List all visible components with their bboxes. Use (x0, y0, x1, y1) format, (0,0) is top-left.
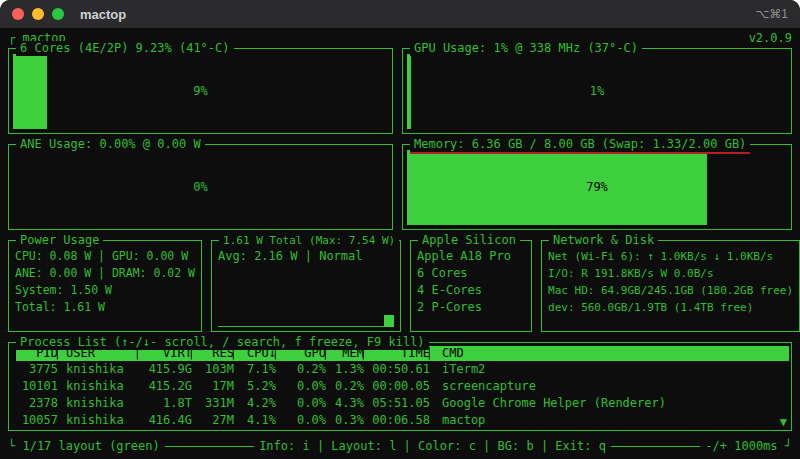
process-mem: 1.3% (326, 361, 364, 378)
ane-panel-title: ANE Usage: 0.00% @ 0.00 W (16, 137, 205, 152)
memory-usage-percent: 79% (403, 180, 791, 194)
process-virt: 1.8T (138, 395, 192, 412)
disk-dev-line: dev: 560.0GB/1.9TB (1.4TB free) (548, 299, 793, 316)
process-row: 2378 knishika 1.8T 331M 4.2% 0.0% 4.3% 0… (9, 395, 791, 412)
status-divider-line (611, 446, 700, 447)
apple-silicon-title: Apple Silicon (418, 233, 520, 248)
process-cmd: Google Chrome Helper (Renderer) (430, 395, 789, 412)
window-title: mactop (80, 7, 126, 22)
apple-silicon-panel: Apple Silicon Apple A18 Pro 6 Cores 4 E-… (410, 240, 532, 332)
process-pid: 3775 (16, 361, 58, 378)
minimize-button[interactable] (32, 8, 44, 20)
process-cmd: mactop (430, 412, 789, 429)
process-user: knishika (58, 412, 138, 429)
power-total-panel: 1.61 W Total (Max: 7.54 W) Avg: 2.16 W |… (211, 240, 401, 332)
process-cmd: screencapture (430, 378, 789, 395)
process-virt: 415.2G (138, 378, 192, 395)
process-res: 331M (192, 395, 234, 412)
process-time: 00:00.05 (364, 378, 430, 395)
process-pid: 10057 (16, 412, 58, 429)
process-time: 05:51.05 (364, 395, 430, 412)
terminal-content: ┌ mactop v2.0.9 6 Cores (4E/2P) 9.23% (4… (0, 28, 800, 459)
keybind-hints: Info: i | Layout: l | Color: c | BG: b |… (259, 439, 606, 453)
cpu-panel-title: 6 Cores (4E/2P) 9.23% (41°-C) (16, 41, 234, 56)
status-divider-line (165, 446, 254, 447)
gpu-panel-title: GPU Usage: 1% @ 338 MHz (37°-C) (410, 41, 642, 56)
e-core-count: 4 E-Cores (417, 282, 525, 299)
process-cpu: 4.1% (234, 412, 276, 429)
power-total-title: 1.61 W Total (Max: 7.54 W) (219, 233, 399, 248)
process-virt: 415.9G (138, 361, 192, 378)
process-gpu: 0.0% (276, 395, 326, 412)
ane-usage-percent: 0% (9, 180, 392, 194)
power-line-total: Total: 1.61 W (15, 299, 195, 316)
process-mem: 0.3% (326, 412, 364, 429)
process-gpu: 0.2% (276, 361, 326, 378)
close-button[interactable] (12, 8, 24, 20)
header-cmd: CMD (430, 346, 789, 361)
process-gpu: 0.0% (276, 412, 326, 429)
cpu-usage-panel: 6 Cores (4E/2P) 9.23% (41°-C) 9% (8, 48, 393, 134)
p-core-count: 2 P-Cores (417, 299, 525, 316)
status-bar: └ 1/17 layout (green) Info: i | Layout: … (8, 437, 792, 455)
process-res: 27M (192, 412, 234, 429)
process-time: 00:06.58 (364, 412, 430, 429)
process-cpu: 7.1% (234, 361, 276, 378)
process-mem: 4.3% (326, 395, 364, 412)
cpu-usage-percent: 9% (9, 84, 392, 98)
process-virt: 416.4G (138, 412, 192, 429)
process-time: 00:50.61 (364, 361, 430, 378)
process-pid: 2378 (16, 395, 58, 412)
network-disk-panel: Network & Disk Net (Wi-Fi 6): ↑ 1.0KB/s … (541, 240, 800, 332)
process-cmd: iTerm2 (430, 361, 789, 378)
process-pid: 10101 (16, 378, 58, 395)
power-gauge-track (218, 326, 394, 327)
power-avg-line: Avg: 2.16 W | Normal (218, 248, 394, 265)
power-gauge (218, 315, 394, 327)
disk-machd-line: Mac HD: 64.9GB/245.1GB (180.2GB free) (548, 282, 793, 299)
process-user: knishika (58, 361, 138, 378)
window-shortcut-badge: ⌥⌘1 (755, 7, 788, 21)
power-line-ane-dram: ANE: 0.00 W | DRAM: 0.02 W (15, 265, 195, 282)
power-panel-title: Power Usage (16, 233, 103, 248)
refresh-interval: -/+ 1000ms ┘ (705, 439, 792, 453)
net-throughput-line: Net (Wi-Fi 6): ↑ 1.0KB/s ↓ 1.0KB/s (548, 248, 793, 265)
process-row: 10057 knishika 416.4G 27M 4.1% 0.0% 0.3%… (9, 412, 791, 429)
process-res: 17M (192, 378, 234, 395)
chip-name: Apple A18 Pro (417, 248, 525, 265)
process-list-title: Process List (↑-/↓- scroll, / search, f … (16, 335, 429, 350)
power-line-system: System: 1.50 W (15, 282, 195, 299)
traffic-lights (12, 8, 64, 20)
zoom-button[interactable] (52, 8, 64, 20)
power-usage-panel: Power Usage CPU: 0.08 W | GPU: 0.00 W AN… (8, 240, 202, 332)
ane-usage-panel: ANE Usage: 0.00% @ 0.00 W 0% (8, 144, 393, 230)
process-user: knishika (58, 378, 138, 395)
memory-panel-title: Memory: 6.36 GB / 8.00 GB (Swap: 1.33/2.… (410, 137, 750, 154)
process-row: 3775 knishika 415.9G 103M 7.1% 0.2% 1.3%… (9, 361, 791, 378)
process-cpu: 4.2% (234, 395, 276, 412)
gpu-usage-panel: GPU Usage: 1% @ 338 MHz (37°-C) 1% (402, 48, 792, 134)
process-row: 10101 knishika 415.2G 17M 5.2% 0.0% 0.2%… (9, 378, 791, 395)
process-mem: 0.2% (326, 378, 364, 395)
core-count: 6 Cores (417, 265, 525, 282)
app-window: mactop ⌥⌘1 ┌ mactop v2.0.9 6 Cores (4E/2… (0, 0, 800, 459)
memory-usage-panel: Memory: 6.36 GB / 8.00 GB (Swap: 1.33/2.… (402, 144, 792, 230)
disk-io-line: I/O: R 191.8KB/s W 0.0B/s (548, 265, 793, 282)
process-user: knishika (58, 395, 138, 412)
window-titlebar[interactable]: mactop ⌥⌘1 (0, 0, 800, 28)
scroll-down-indicator[interactable]: ▼ (780, 415, 787, 429)
gpu-usage-percent: 1% (403, 84, 791, 98)
process-list-panel: Process List (↑-/↓- scroll, / search, f … (8, 342, 792, 431)
app-version: v2.0.9 (749, 30, 792, 46)
process-cpu: 5.2% (234, 378, 276, 395)
process-res: 103M (192, 361, 234, 378)
process-gpu: 0.0% (276, 378, 326, 395)
power-gauge-cap (384, 315, 394, 327)
layout-indicator: └ 1/17 layout (green) (8, 439, 160, 453)
power-line-cpu-gpu: CPU: 0.08 W | GPU: 0.00 W (15, 248, 195, 265)
network-disk-title: Network & Disk (549, 233, 658, 248)
